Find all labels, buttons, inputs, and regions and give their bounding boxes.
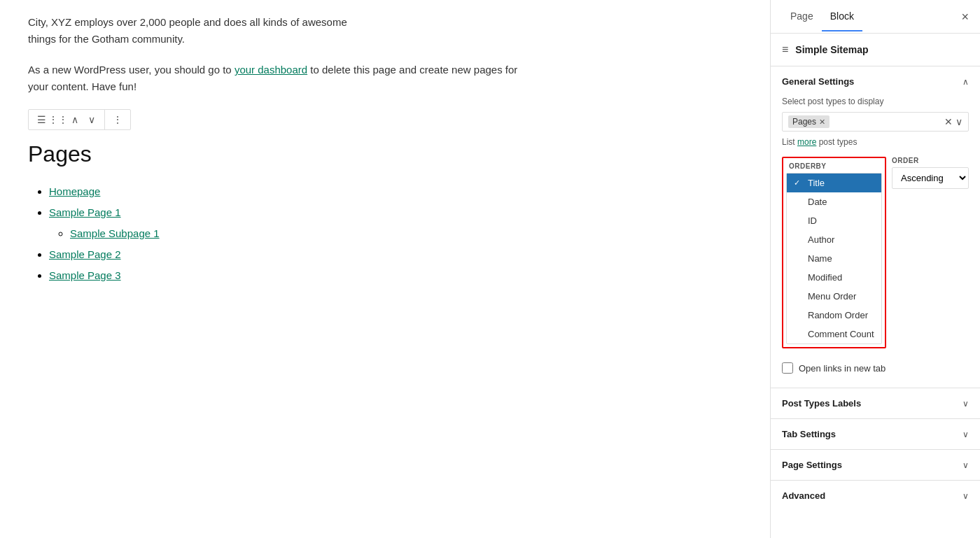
more-options-icon[interactable]: ⋮: [111, 113, 125, 127]
list-more-link[interactable]: more: [797, 137, 816, 147]
post-types-labels-header[interactable]: Post Types Labels ∨: [771, 388, 980, 418]
orderby-option-name[interactable]: Name: [787, 249, 881, 268]
select-dropdown-icon[interactable]: ∨: [955, 116, 962, 127]
tab-settings-header[interactable]: Tab Settings ∨: [771, 419, 980, 449]
intro-line2: things for the Gotham community.: [28, 33, 185, 45]
sitemap-list: Homepage Sample Page 1 Sample Subpage 1 …: [28, 181, 742, 286]
list-item: Sample Page 2: [49, 244, 742, 265]
general-settings-title: General Settings: [782, 76, 854, 87]
orderby-option-id[interactable]: ID: [787, 211, 881, 230]
sample-subpage-1-link[interactable]: Sample Subpage 1: [70, 227, 160, 239]
general-settings-content: Select post types to display Pages ✕ ✕ ∨…: [771, 97, 980, 388]
sidebar-tabs: Page Block ×: [771, 0, 980, 34]
grid-view-icon[interactable]: ⋮⋮: [51, 113, 65, 127]
sidebar: Page Block × ≡ Simple Sitemap General Se…: [770, 0, 980, 538]
page-settings-title: Page Settings: [782, 460, 842, 470]
general-settings-section: General Settings ∧ Select post types to …: [771, 66, 980, 388]
dashboard-link[interactable]: your dashboard: [234, 64, 307, 76]
clear-select-icon[interactable]: ✕: [944, 116, 953, 127]
list-item: Sample Subpage 1: [70, 223, 742, 244]
chevron-up-icon[interactable]: ∧: [68, 113, 82, 127]
intro-line1: City, XYZ employs over 2,000 people and …: [28, 16, 347, 28]
open-links-row: Open links in new tab: [782, 357, 969, 376]
sidebar-block-header: ≡ Simple Sitemap: [771, 34, 980, 66]
order-container: ORDER Ascending Descending: [892, 157, 969, 189]
post-types-labels-chevron: ∨: [962, 399, 969, 409]
sublist: Sample Subpage 1: [49, 223, 742, 244]
list-item: Sample Page 3: [49, 265, 742, 286]
orderby-option-menu-order[interactable]: Menu Order: [787, 287, 881, 306]
post-types-labels-title: Post Types Labels: [782, 398, 861, 409]
orderby-option-title[interactable]: ✓ Title: [787, 174, 881, 192]
sample-page-3-link[interactable]: Sample Page 3: [49, 269, 121, 281]
new-user-text: As a new WordPress user, you should go t…: [28, 62, 518, 95]
list-item: Homepage: [49, 181, 742, 202]
general-settings-chevron: ∧: [962, 77, 969, 87]
order-select[interactable]: Ascending Descending: [892, 167, 969, 189]
sitemap-icon: ≡: [782, 43, 788, 56]
block-title: Simple Sitemap: [795, 44, 868, 55]
page-settings-section: Page Settings ∨: [771, 450, 980, 481]
tab-block[interactable]: Block: [822, 2, 862, 31]
orderby-option-date[interactable]: Date: [787, 192, 881, 211]
page-settings-chevron: ∨: [962, 460, 969, 470]
block-toolbar: ☰ ⋮⋮ ∧ ∨ ⋮: [28, 109, 131, 130]
orderby-order-row: ORDERBY ✓ Title Date ID: [782, 157, 969, 348]
orderby-option-modified[interactable]: Modified: [787, 268, 881, 287]
chevron-down-icon[interactable]: ∨: [85, 113, 99, 127]
intro-paragraph: City, XYZ employs over 2,000 people and …: [28, 14, 518, 48]
post-types-labels-section: Post Types Labels ∨: [771, 388, 980, 419]
remove-pages-tag[interactable]: ✕: [819, 118, 825, 127]
tab-settings-section: Tab Settings ∨: [771, 419, 980, 450]
list-view-icon[interactable]: ☰: [34, 113, 48, 127]
tab-page[interactable]: Page: [782, 2, 822, 31]
open-links-label: Open links in new tab: [799, 363, 886, 374]
page-settings-header[interactable]: Page Settings ∨: [771, 450, 980, 480]
post-type-select[interactable]: Pages ✕ ✕ ∨: [782, 112, 969, 132]
check-icon: ✓: [794, 178, 804, 187]
select-controls: ✕ ∨: [944, 116, 962, 127]
tab-settings-chevron: ∨: [962, 430, 969, 439]
orderby-option-comment-count[interactable]: Comment Count: [787, 325, 881, 344]
toolbar-group-left: ☰ ⋮⋮ ∧ ∨: [29, 110, 105, 129]
orderby-option-author[interactable]: Author: [787, 230, 881, 249]
advanced-title: Advanced: [782, 490, 825, 501]
orderby-label: ORDERBY: [786, 161, 882, 173]
main-content: City, XYZ employs over 2,000 people and …: [0, 0, 770, 538]
sample-page-2-link[interactable]: Sample Page 2: [49, 248, 121, 260]
advanced-header[interactable]: Advanced ∨: [771, 481, 980, 511]
sample-page-1-link[interactable]: Sample Page 1: [49, 206, 121, 218]
orderby-dropdown: ✓ Title Date ID Autho: [786, 173, 882, 344]
pages-heading: Pages: [28, 141, 742, 167]
close-button[interactable]: ×: [961, 10, 969, 23]
pages-tag: Pages ✕: [788, 115, 830, 128]
tab-settings-title: Tab Settings: [782, 429, 836, 439]
orderby-option-random-order[interactable]: Random Order: [787, 306, 881, 325]
list-item: Sample Page 1 Sample Subpage 1: [49, 202, 742, 244]
order-label: ORDER: [892, 157, 969, 164]
open-links-checkbox[interactable]: [782, 362, 793, 374]
orderby-container: ORDERBY ✓ Title Date ID: [782, 157, 886, 348]
homepage-link[interactable]: Homepage: [49, 185, 100, 197]
advanced-chevron: ∨: [962, 491, 969, 501]
toolbar-group-right: ⋮: [105, 110, 130, 129]
general-settings-header[interactable]: General Settings ∧: [771, 66, 980, 97]
advanced-section: Advanced ∨: [771, 481, 980, 511]
list-more-text: List more post types: [782, 137, 969, 147]
post-types-label: Select post types to display: [782, 97, 969, 106]
